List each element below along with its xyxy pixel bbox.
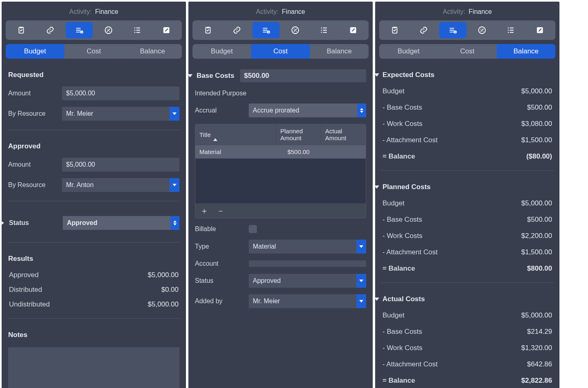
billable-checkbox[interactable] [249,225,257,233]
svg-point-25 [482,31,483,32]
balance-key: - Base Costs [382,328,422,336]
finance-icon[interactable]: $ [66,22,93,38]
accrual-select[interactable]: Accrue prorated [249,104,366,117]
percent-icon[interactable] [95,22,122,38]
status-disclosure[interactable]: Status Approved [1,214,179,232]
remove-row-button[interactable]: － [217,207,225,215]
balance-key: = Balance [382,265,415,273]
clipboard-icon[interactable] [7,22,35,38]
balance-section-header[interactable]: Actual Costs [374,295,553,303]
requested-resource-select[interactable]: Mr. Meier [62,107,179,121]
base-costs-value[interactable]: $500.00 [240,69,366,82]
status-select[interactable]: Approved [63,216,179,230]
table-empty-area[interactable] [195,159,366,203]
th-title[interactable]: Title [195,124,276,145]
tab-cost[interactable]: Cost [64,44,123,59]
svg-point-18 [321,32,322,33]
balance-key: - Work Costs [382,120,422,128]
results-row: Approved$5,000.00 [8,268,179,282]
tab-budget[interactable]: Budget [379,44,438,59]
panel-header: Activity: Finance [379,6,555,20]
results-key: Approved [9,271,39,279]
svg-point-15 [296,31,296,32]
link-icon[interactable] [36,22,64,38]
accrual-label: Accrual [195,107,244,114]
approved-amount-input[interactable]: $5,000.00 [62,158,179,172]
requested-amount-input[interactable]: $5,000.00 [62,86,179,100]
balance-row: - Base Costs$214.29 [382,324,553,339]
tab-balance[interactable]: Balance [310,44,369,59]
tab-cost[interactable]: Cost [438,44,497,59]
disclosure-triangle-icon [374,298,379,301]
balance-key: = Balance [382,377,415,385]
pencil-icon[interactable] [526,22,554,38]
notes-header: Notes [8,331,179,339]
balance-row: - Work Costs$1,320.00 [382,341,553,355]
balance-section-header[interactable]: Planned Costs [374,183,553,191]
pencil-icon[interactable] [153,22,180,38]
percent-icon[interactable] [281,22,309,38]
percent-icon[interactable] [468,22,495,38]
th-planned[interactable]: Planned Amount [276,124,321,145]
balance-value: $500.00 [527,104,552,112]
list-icon[interactable] [124,22,151,38]
disclosure-triangle-icon [374,185,379,189]
balance-key: - Work Costs [382,232,422,240]
balance-key: - Attachment Cost [382,248,438,256]
by-resource-label: By Resource [8,110,57,117]
balance-key: - Base Costs [382,216,422,224]
balance-value: $642.86 [527,360,552,368]
account-input[interactable] [249,260,366,267]
balance-row: - Work Costs$2,200.00 [382,229,553,243]
balance-value: $1,500.00 [521,248,552,256]
approved-resource-select[interactable]: Mr. Anton [62,178,179,192]
base-costs-disclosure[interactable]: Base Costs $500.00 [188,69,366,82]
balance-row: - Attachment Cost$1,500.00 [382,133,553,148]
tab-budget[interactable]: Budget [6,44,64,59]
notes-textarea[interactable] [8,347,179,388]
activity-label: Activity: [256,8,279,15]
balance-row: Budget$5,000.00 [382,84,553,99]
clipboard-icon[interactable] [381,22,408,38]
table-row[interactable]: Material $500.00 [195,145,366,159]
results-value: $0.00 [161,286,179,294]
amount-label: Amount [8,90,57,97]
type-select[interactable]: Material [249,240,366,254]
cell-title: Material [195,145,276,159]
link-icon[interactable] [223,22,250,38]
disclosure-triangle-icon [188,74,192,77]
results-list: Approved$5,000.00Distributed$0.00Undistr… [8,268,179,312]
tab-cost[interactable]: Cost [251,44,310,59]
intended-purpose-label: Intended Purpose [195,90,366,97]
panel-header: Activity: Finance [6,6,182,20]
list-icon[interactable] [310,22,338,38]
th-actual[interactable]: Actual Amount [321,124,366,145]
clipboard-icon[interactable] [194,22,221,38]
svg-text:$: $ [81,31,82,33]
finance-icon[interactable]: $ [439,22,466,38]
cost-status-select[interactable]: Approved [249,274,366,288]
list-icon[interactable] [497,22,524,38]
balance-value: $800.00 [527,265,552,273]
account-label: Account [195,260,244,267]
pencil-icon[interactable] [340,22,367,38]
svg-point-16 [321,27,322,29]
balance-key: - Work Costs [382,344,422,352]
tab-balance[interactable]: Balance [497,44,555,59]
svg-point-6 [134,27,135,29]
link-icon[interactable] [410,22,437,38]
approved-header: Approved [8,142,179,150]
add-row-button[interactable]: ＋ [200,207,208,215]
tab-balance[interactable]: Balance [123,44,182,59]
svg-point-17 [321,30,322,31]
balance-key: - Attachment Cost [382,136,438,144]
chevron-down-icon [356,274,366,288]
finance-icon[interactable]: $ [252,22,280,38]
balance-section-header[interactable]: Expected Costs [374,71,553,79]
chevron-down-icon [170,107,179,121]
icon-toolbar: $ [6,20,182,40]
icon-toolbar: $ [379,20,555,40]
panel-header: Activity: Finance [192,6,369,20]
added-by-select[interactable]: Mr. Meier [249,294,366,308]
tab-budget[interactable]: Budget [192,44,251,59]
